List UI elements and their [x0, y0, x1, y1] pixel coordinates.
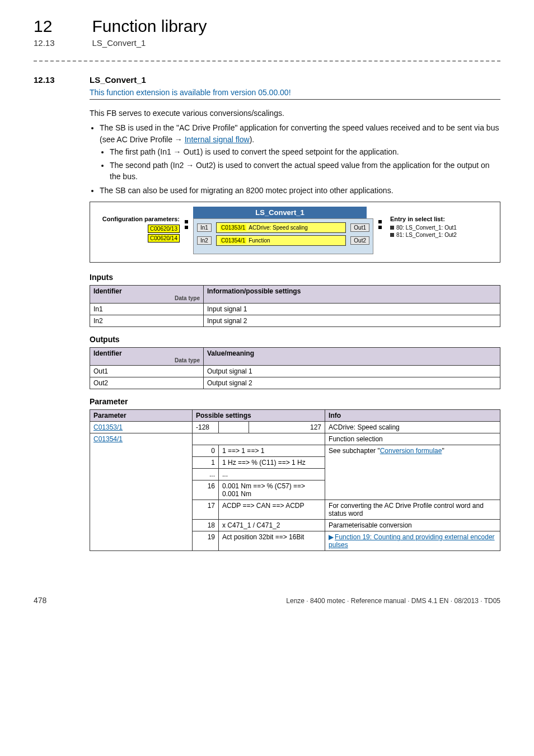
inner-param1-text: ACDrive: Speed scaling [249, 225, 308, 231]
inputs-col-identifier: Identifier [93, 287, 122, 295]
output-info: Output signal 1 [204, 366, 500, 377]
setting-num: 0 [193, 445, 219, 457]
block-title: LS_Convert_1 [193, 207, 367, 218]
param-min: -128 [193, 422, 219, 433]
outputs-heading: Outputs [90, 335, 500, 344]
triangle-icon: ▶ [329, 533, 334, 541]
config-code-2: C00620/14 [148, 234, 180, 242]
setting-info: Parameterisable conversion [325, 520, 500, 531]
inputs-col-info: Information/possible settings [204, 286, 500, 304]
ls-convert-diagram: Configuration parameters: C00620/13 C006… [90, 202, 500, 263]
section-number: 12.13 [34, 75, 90, 85]
dashed-divider [34, 60, 500, 62]
config-params-label: Configuration parameters: [96, 216, 180, 222]
output-id: Out2 [90, 377, 204, 389]
param-link-c01354[interactable]: C01354/1 [93, 435, 123, 443]
connector-dot [185, 220, 188, 223]
param-max: 127 [249, 422, 325, 433]
param-link-c01353[interactable]: C01353/1 [93, 423, 123, 431]
inner-param2-text: Function [249, 237, 270, 244]
table-row: C01354/1 Function selection [90, 433, 500, 445]
desc-bullet-1: The SB is used in the "AC Drive Profile"… [100, 122, 500, 182]
availability-note: This function extension is available fro… [90, 88, 500, 97]
setting-text: Act position 32bit ==> 16Bit [219, 531, 325, 551]
connector-dot [378, 226, 382, 229]
subchapter-title: LS_Convert_1 [92, 38, 146, 48]
table-row: In2 Input signal 2 [90, 315, 500, 327]
desc-b1-text: The SB is used in the "AC Drive Profile"… [100, 123, 499, 143]
page-footer: 478 Lenze · 8400 motec · Reference manua… [34, 596, 500, 605]
chapter-number: 12 [34, 17, 90, 36]
setting-text: ... [219, 469, 325, 480]
setting-info: For converting the AC Drive Profile cont… [325, 500, 500, 520]
param-col-info: Info [325, 410, 500, 422]
conversion-formulae-link[interactable]: Conversion formulae [380, 447, 442, 455]
table-row: Out1 Output signal 1 [90, 366, 500, 377]
subchapter-number: 12.13 [34, 38, 90, 48]
port-out1: Out1 [350, 223, 369, 232]
setting-num: 18 [193, 520, 219, 531]
section-title: LS_Convert_1 [90, 75, 146, 85]
param-col-parameter: Parameter [90, 410, 193, 422]
inputs-col-datatype: Data type [93, 295, 200, 301]
function19-link[interactable]: Function 19: Counting and providing exte… [329, 533, 495, 549]
outputs-col-value: Value/meaning [204, 348, 500, 366]
setting-info: See subchapter "Conversion formulae" [325, 445, 500, 500]
parameter-table: Parameter Possible settings Info C01353/… [90, 409, 500, 551]
setting-num: 19 [193, 531, 219, 551]
port-out2: Out2 [350, 236, 369, 245]
inputs-heading: Inputs [90, 273, 500, 282]
footer-line: Lenze · 8400 motec · Reference manual · … [286, 597, 500, 605]
outputs-col-identifier: Identifier [93, 349, 122, 357]
thin-divider [90, 99, 500, 100]
table-row: C01353/1 -128 127 ACDrive: Speed scaling [90, 422, 500, 433]
setting-text: ACDP ==> CAN ==> ACDP [219, 500, 325, 520]
entry-list-label: Entry in select list: [390, 216, 485, 222]
param-info: ACDrive: Speed scaling [325, 422, 500, 433]
input-id: In1 [90, 304, 204, 315]
setting-text: 0.001 Nm ==> % (C57) ==> 0.001 Nm [219, 480, 325, 500]
square-icon [390, 233, 394, 237]
desc-subbullet-1: The first path (In1 → Out1) is used to c… [110, 146, 500, 157]
desc-b1-post: ). [250, 135, 255, 144]
parameter-heading: Parameter [90, 397, 500, 406]
see-subchapter-close: " [442, 447, 444, 455]
description-body: This FB serves to execute various conver… [90, 108, 500, 196]
inner-param-2: C01354/1Function [216, 235, 346, 246]
setting-text: 1 ==> 1 ==> 1 [219, 445, 325, 457]
inner-param1-code: C01353/1 [220, 225, 246, 231]
config-code-1: C00620/13 [148, 225, 180, 233]
desc-subbullet-2: The second path (In2 → Out2) is used to … [110, 160, 500, 183]
input-id: In2 [90, 315, 204, 327]
setting-info: ▶Function 19: Counting and providing ext… [325, 531, 500, 551]
port-in1: In1 [197, 223, 212, 232]
chapter-title: Function library [92, 17, 207, 36]
setting-text: 1 Hz ==> % (C11) ==> 1 Hz [219, 457, 325, 469]
entry-item-1: 80: LS_Convert_1: Out1 [396, 225, 457, 231]
param-col-possible: Possible settings [193, 410, 325, 422]
see-subchapter-text: See subchapter " [329, 447, 380, 455]
outputs-table: Identifier Data type Value/meaning Out1 … [90, 347, 500, 389]
desc-bullet-2: The SB can also be used for migrating an… [100, 185, 500, 196]
setting-num: 1 [193, 457, 219, 469]
arrow-icon: → [172, 135, 185, 144]
inner-param2-code: C01354/1 [220, 237, 246, 244]
entry-item-2: 81: LS_Convert_1: Out2 [396, 232, 457, 238]
port-in2: In2 [197, 236, 212, 245]
setting-text: x C471_1 / C471_2 [219, 520, 325, 531]
output-id: Out1 [90, 366, 204, 377]
input-info: Input signal 2 [204, 315, 500, 327]
internal-signal-flow-link[interactable]: Internal signal flow [185, 135, 250, 144]
page-number: 478 [34, 596, 46, 605]
connector-dot [378, 220, 382, 223]
square-icon [390, 226, 394, 230]
subchapter-header: 12.13 LS_Convert_1 [34, 38, 500, 48]
setting-num: 17 [193, 500, 219, 520]
inputs-table: Identifier Data type Information/possibl… [90, 285, 500, 327]
input-info: Input signal 1 [204, 304, 500, 315]
chapter-header: 12 Function library [34, 17, 500, 36]
table-row: In1 Input signal 1 [90, 304, 500, 315]
desc-intro: This FB serves to execute various conver… [90, 108, 500, 119]
table-row: Out2 Output signal 2 [90, 377, 500, 389]
setting-num: ... [193, 469, 219, 480]
